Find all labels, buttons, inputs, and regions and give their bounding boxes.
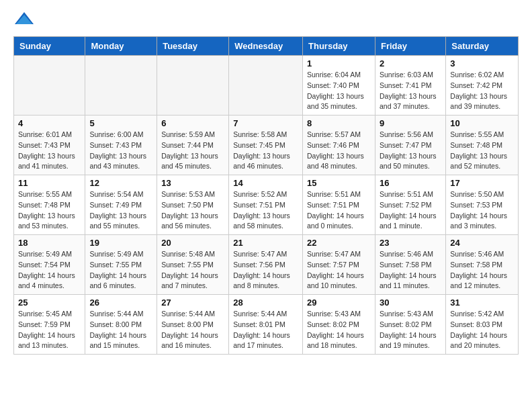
day-detail: Sunrise: 5:46 AMSunset: 7:58 PMDaylight:… [380, 249, 441, 291]
day-cell: 27Sunrise: 5:44 AMSunset: 8:00 PMDayligh… [157, 295, 229, 355]
day-number: 3 [450, 58, 514, 68]
day-detail: Sunrise: 5:47 AMSunset: 7:57 PMDaylight:… [307, 249, 371, 291]
day-cell: 4Sunrise: 6:01 AMSunset: 7:43 PMDaylight… [14, 116, 85, 175]
day-number: 12 [89, 178, 152, 188]
day-detail: Sunrise: 5:48 AMSunset: 7:55 PMDaylight:… [161, 249, 224, 291]
day-detail: Sunrise: 5:56 AMSunset: 7:47 PMDaylight:… [380, 130, 441, 172]
week-row-5: 25Sunrise: 5:45 AMSunset: 7:59 PMDayligh… [14, 295, 519, 355]
day-cell [157, 56, 229, 116]
day-detail: Sunrise: 5:52 AMSunset: 7:51 PMDaylight:… [233, 189, 298, 232]
day-number: 5 [89, 118, 152, 128]
day-cell: 28Sunrise: 5:44 AMSunset: 8:01 PMDayligh… [229, 295, 303, 355]
day-number: 30 [380, 298, 441, 308]
day-number: 13 [161, 178, 224, 188]
day-cell: 15Sunrise: 5:51 AMSunset: 7:51 PMDayligh… [303, 175, 375, 235]
day-detail: Sunrise: 5:51 AMSunset: 7:51 PMDaylight:… [307, 189, 371, 232]
day-cell: 22Sunrise: 5:47 AMSunset: 7:57 PMDayligh… [303, 235, 375, 295]
day-detail: Sunrise: 5:55 AMSunset: 7:48 PMDaylight:… [450, 130, 514, 172]
day-detail: Sunrise: 5:54 AMSunset: 7:49 PMDaylight:… [89, 189, 152, 232]
day-number: 26 [89, 298, 152, 308]
day-detail: Sunrise: 5:50 AMSunset: 7:53 PMDaylight:… [450, 189, 514, 232]
day-header-friday: Friday [375, 37, 445, 56]
day-cell: 29Sunrise: 5:43 AMSunset: 8:02 PMDayligh… [303, 295, 375, 355]
day-detail: Sunrise: 5:42 AMSunset: 8:03 PMDaylight:… [450, 309, 514, 351]
day-number: 22 [307, 238, 371, 248]
day-header-wednesday: Wednesday [229, 37, 303, 56]
day-cell: 23Sunrise: 5:46 AMSunset: 7:58 PMDayligh… [375, 235, 445, 295]
day-number: 10 [450, 118, 514, 128]
day-header-monday: Monday [85, 37, 157, 56]
day-cell: 26Sunrise: 5:44 AMSunset: 8:00 PMDayligh… [85, 295, 157, 355]
day-cell: 19Sunrise: 5:49 AMSunset: 7:55 PMDayligh… [85, 235, 157, 295]
day-number: 17 [450, 178, 514, 188]
logo-icon [13, 11, 35, 30]
day-cell: 7Sunrise: 5:58 AMSunset: 7:45 PMDaylight… [229, 116, 303, 175]
day-cell: 17Sunrise: 5:50 AMSunset: 7:53 PMDayligh… [446, 175, 519, 235]
day-number: 25 [18, 298, 81, 308]
day-cell: 13Sunrise: 5:53 AMSunset: 7:50 PMDayligh… [157, 175, 229, 235]
day-detail: Sunrise: 5:44 AMSunset: 8:00 PMDaylight:… [89, 309, 152, 351]
day-cell: 6Sunrise: 5:59 AMSunset: 7:44 PMDaylight… [157, 116, 229, 175]
day-cell: 14Sunrise: 5:52 AMSunset: 7:51 PMDayligh… [229, 175, 303, 235]
day-detail: Sunrise: 5:53 AMSunset: 7:50 PMDaylight:… [161, 189, 224, 232]
day-cell [14, 56, 85, 116]
day-detail: Sunrise: 5:57 AMSunset: 7:46 PMDaylight:… [307, 130, 371, 172]
day-detail: Sunrise: 5:55 AMSunset: 7:48 PMDaylight:… [18, 189, 81, 232]
week-row-4: 18Sunrise: 5:49 AMSunset: 7:54 PMDayligh… [14, 235, 519, 295]
day-cell [229, 56, 303, 116]
day-cell: 16Sunrise: 5:51 AMSunset: 7:52 PMDayligh… [375, 175, 445, 235]
day-detail: Sunrise: 5:43 AMSunset: 8:02 PMDaylight:… [380, 309, 441, 351]
day-detail: Sunrise: 6:04 AMSunset: 7:40 PMDaylight:… [307, 70, 371, 112]
day-cell: 31Sunrise: 5:42 AMSunset: 8:03 PMDayligh… [446, 295, 519, 355]
day-number: 21 [233, 238, 298, 248]
day-cell: 8Sunrise: 5:57 AMSunset: 7:46 PMDaylight… [303, 116, 375, 175]
day-detail: Sunrise: 5:44 AMSunset: 8:01 PMDaylight:… [233, 309, 298, 351]
day-number: 23 [380, 238, 441, 248]
day-detail: Sunrise: 5:46 AMSunset: 7:58 PMDaylight:… [450, 249, 514, 291]
day-header-saturday: Saturday [446, 37, 519, 56]
day-number: 4 [18, 118, 81, 128]
day-number: 14 [233, 178, 298, 188]
day-detail: Sunrise: 5:45 AMSunset: 7:59 PMDaylight:… [18, 309, 81, 351]
day-detail: Sunrise: 5:49 AMSunset: 7:55 PMDaylight:… [89, 249, 152, 291]
week-row-3: 11Sunrise: 5:55 AMSunset: 7:48 PMDayligh… [14, 175, 519, 235]
day-detail: Sunrise: 5:43 AMSunset: 8:02 PMDaylight:… [307, 309, 371, 351]
day-header-sunday: Sunday [14, 37, 85, 56]
day-cell: 1Sunrise: 6:04 AMSunset: 7:40 PMDaylight… [303, 56, 375, 116]
day-number: 18 [18, 238, 81, 248]
day-cell: 9Sunrise: 5:56 AMSunset: 7:47 PMDaylight… [375, 116, 445, 175]
day-number: 27 [161, 298, 224, 308]
day-number: 8 [307, 118, 371, 128]
day-number: 29 [307, 298, 371, 308]
day-cell: 30Sunrise: 5:43 AMSunset: 8:02 PMDayligh… [375, 295, 445, 355]
day-detail: Sunrise: 5:49 AMSunset: 7:54 PMDaylight:… [18, 249, 81, 291]
day-number: 7 [233, 118, 298, 128]
page-header [13, 11, 519, 30]
day-cell: 5Sunrise: 6:00 AMSunset: 7:43 PMDaylight… [85, 116, 157, 175]
day-cell: 21Sunrise: 5:47 AMSunset: 7:56 PMDayligh… [229, 235, 303, 295]
day-number: 24 [450, 238, 514, 248]
day-cell [85, 56, 157, 116]
day-detail: Sunrise: 6:02 AMSunset: 7:42 PMDaylight:… [450, 70, 514, 112]
day-number: 11 [18, 178, 81, 188]
day-cell: 11Sunrise: 5:55 AMSunset: 7:48 PMDayligh… [14, 175, 85, 235]
day-cell: 2Sunrise: 6:03 AMSunset: 7:41 PMDaylight… [375, 56, 445, 116]
calendar-table: SundayMondayTuesdayWednesdayThursdayFrid… [13, 36, 519, 355]
day-detail: Sunrise: 5:44 AMSunset: 8:00 PMDaylight:… [161, 309, 224, 351]
day-detail: Sunrise: 5:58 AMSunset: 7:45 PMDaylight:… [233, 130, 298, 172]
day-cell: 10Sunrise: 5:55 AMSunset: 7:48 PMDayligh… [446, 116, 519, 175]
day-header-tuesday: Tuesday [157, 37, 229, 56]
day-number: 31 [450, 298, 514, 308]
day-number: 2 [380, 58, 441, 68]
day-cell: 3Sunrise: 6:02 AMSunset: 7:42 PMDaylight… [446, 56, 519, 116]
week-row-1: 1Sunrise: 6:04 AMSunset: 7:40 PMDaylight… [14, 56, 519, 116]
day-cell: 20Sunrise: 5:48 AMSunset: 7:55 PMDayligh… [157, 235, 229, 295]
logo [13, 11, 38, 30]
day-detail: Sunrise: 6:03 AMSunset: 7:41 PMDaylight:… [380, 70, 441, 112]
day-number: 19 [89, 238, 152, 248]
day-cell: 12Sunrise: 5:54 AMSunset: 7:49 PMDayligh… [85, 175, 157, 235]
day-number: 20 [161, 238, 224, 248]
day-number: 1 [307, 58, 371, 68]
day-cell: 25Sunrise: 5:45 AMSunset: 7:59 PMDayligh… [14, 295, 85, 355]
day-cell: 24Sunrise: 5:46 AMSunset: 7:58 PMDayligh… [446, 235, 519, 295]
